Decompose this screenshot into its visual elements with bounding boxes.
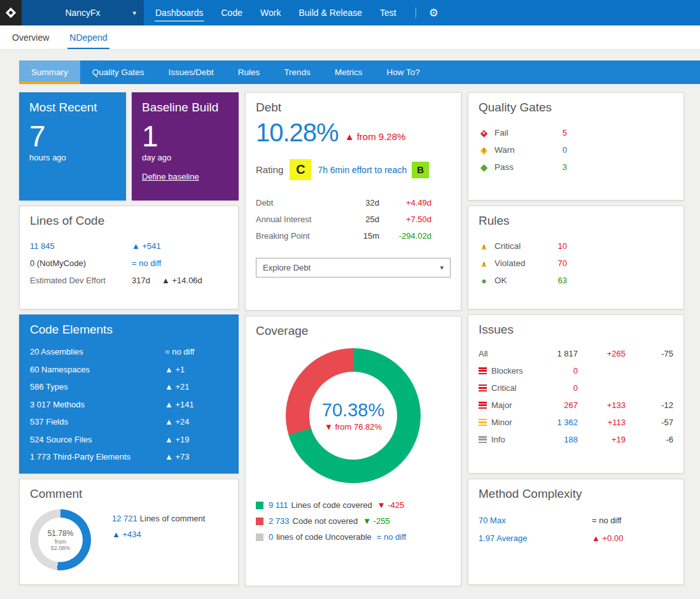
- baseline-build-caption: day ago: [142, 153, 228, 162]
- debt-row-label: Breaking Point: [256, 231, 346, 241]
- tab-issues-debt[interactable]: Issues/Debt: [157, 60, 226, 84]
- method-complexity-card: Method Complexity 70 Max = no diff 1.97 …: [468, 479, 684, 585]
- effort-to-reach-link[interactable]: 7h 6min effort to reach: [318, 165, 407, 175]
- coverage-legend: 9 111 Lines of code covered ▼ -425 2 733…: [256, 497, 461, 545]
- method-complexity-rows: 70 Max = no diff 1.97 Average ▲ +0.00: [479, 511, 673, 547]
- legend-label: Lines of code covered: [291, 500, 372, 510]
- card-title: Debt: [246, 93, 461, 115]
- rules-count[interactable]: 63: [548, 276, 567, 285]
- debt-headline: 10.28% ▲ from 9.28%: [246, 115, 461, 145]
- element-count[interactable]: 20 Assemblies: [30, 347, 165, 356]
- element-count[interactable]: 524 Source Files: [30, 435, 165, 444]
- quality-gate-count[interactable]: 3: [548, 162, 567, 172]
- quality-gate-count[interactable]: 5: [548, 128, 567, 137]
- rules-count[interactable]: 10: [548, 241, 567, 251]
- tab-summary[interactable]: Summary: [19, 60, 80, 84]
- top-nav: Dashboards Code Work Build & Release Tes…: [146, 0, 405, 25]
- debt-row-value: 15m: [346, 231, 379, 241]
- card-title: Coverage: [246, 316, 461, 338]
- nav-code[interactable]: Code: [213, 0, 251, 25]
- nav-test[interactable]: Test: [371, 0, 405, 25]
- table-row: 60 Namespaces ▲ +1: [30, 361, 228, 379]
- legend-value-link[interactable]: 2 733: [269, 516, 290, 526]
- element-count[interactable]: 3 017 Methods: [30, 400, 165, 409]
- tab-overview[interactable]: Overview: [10, 25, 51, 49]
- issue-removed: -75: [626, 349, 673, 358]
- comment-count-link[interactable]: 12 721: [112, 514, 137, 523]
- tab-rules[interactable]: Rules: [226, 60, 272, 84]
- quality-gates-card: Quality Gates ◆× Fail 5 ◆! Warn 0 ◆ Pass…: [468, 92, 684, 201]
- rating-badge-target[interactable]: B: [412, 162, 429, 178]
- element-diff: = no diff: [165, 347, 194, 356]
- rules-label: OK: [494, 276, 548, 285]
- table-row: 1 773 Third-Party Elements ▲ +73: [30, 448, 228, 466]
- element-diff: ▲ +24: [165, 417, 190, 426]
- element-count[interactable]: 60 Namespaces: [30, 365, 165, 374]
- issue-count[interactable]: 1 362: [541, 418, 578, 427]
- complexity-average-link[interactable]: 1.97 Average: [479, 533, 592, 543]
- card-title: Issues: [468, 315, 683, 337]
- legend-value-link[interactable]: 9 111: [269, 500, 288, 510]
- nav-work[interactable]: Work: [251, 0, 290, 25]
- debt-row-value: 25d: [346, 215, 379, 224]
- issues-card: Issues All 1 817 +265 -75 Blockers 0 Cri…: [468, 314, 684, 474]
- middle-column: Debt 10.28% ▲ from 9.28% Rating C 7h 6mi…: [245, 92, 461, 591]
- issue-count[interactable]: 267: [541, 400, 578, 410]
- element-count[interactable]: 537 Fields: [30, 417, 165, 426]
- right-column: Quality Gates ◆× Fail 5 ◆! Warn 0 ◆ Pass…: [468, 92, 684, 591]
- project-name: NancyFx: [65, 8, 100, 18]
- element-diff: ▲ +21: [165, 382, 190, 391]
- debt-rating-line: Rating C 7h 6min effort to reach B: [246, 159, 461, 180]
- complexity-max-link[interactable]: 70 Max: [479, 516, 592, 525]
- rules-label: Critical: [494, 241, 548, 251]
- tab-ndepend[interactable]: NDepend: [67, 25, 109, 49]
- debt-card: Debt 10.28% ▲ from 9.28% Rating C 7h 6mi…: [245, 92, 461, 311]
- loc-value-link[interactable]: 11 845: [30, 241, 132, 251]
- rating-badge-current[interactable]: C: [290, 159, 311, 180]
- minor-severity-icon: [479, 419, 487, 426]
- legend-value-link[interactable]: 0: [269, 532, 273, 542]
- explore-debt-button[interactable]: Explore Debt ▾: [256, 258, 451, 278]
- legend-row: 0 lines of code Uncoverable = no diff: [256, 529, 461, 545]
- debt-trend: ▲ from 9.28%: [345, 131, 406, 145]
- legend-diff: ▼ -425: [377, 500, 405, 510]
- nav-dashboards[interactable]: Dashboards: [146, 0, 213, 25]
- project-selector[interactable]: NancyFx ▾: [22, 0, 144, 25]
- tab-trends[interactable]: Trends: [272, 60, 323, 84]
- element-count[interactable]: 1 773 Third-Party Elements: [30, 452, 165, 462]
- quality-gates-rows: ◆× Fail 5 ◆! Warn 0 ◆ Pass 3: [479, 124, 673, 176]
- coverage-percent: 70.38%: [322, 400, 384, 421]
- issue-count[interactable]: 0: [541, 383, 578, 393]
- most-recent-value: 7: [29, 121, 116, 152]
- loc-dev-effort-label: Estimated Dev Effort: [30, 276, 132, 285]
- debt-row-label: Debt: [256, 198, 346, 208]
- table-row: ▲! Critical 10: [479, 237, 673, 255]
- nav-build-release[interactable]: Build & Release: [290, 0, 371, 25]
- comment-percent: 51.78%: [48, 529, 74, 538]
- loc-dev-effort-value: 317d: [132, 276, 162, 285]
- vsts-logo[interactable]: [0, 0, 22, 25]
- critical-severity-icon: [479, 384, 487, 391]
- gear-icon[interactable]: ⚙: [429, 0, 438, 25]
- code-elements-card: Code Elements 20 Assemblies = no diff 60…: [19, 314, 239, 474]
- element-diff: ▲ +19: [165, 435, 190, 444]
- not-covered-swatch-icon: [256, 518, 263, 525]
- quality-gate-label: Pass: [494, 162, 548, 172]
- quality-gate-count[interactable]: 0: [548, 145, 567, 155]
- table-row: 0 (NotMyCode) = no diff: [30, 255, 228, 272]
- debt-percent-link[interactable]: 10.28%: [256, 120, 339, 145]
- issue-count[interactable]: 188: [541, 435, 578, 444]
- issue-count[interactable]: 0: [541, 366, 578, 376]
- element-count[interactable]: 586 Types: [30, 382, 165, 391]
- card-title: Comment: [20, 479, 238, 501]
- rules-count[interactable]: 70: [548, 258, 567, 268]
- debt-row-diff: +4.49d: [379, 198, 431, 208]
- define-baseline-link[interactable]: Define baseline: [142, 172, 199, 181]
- card-title: Most Recent: [29, 101, 116, 115]
- tab-quality-gates[interactable]: Quality Gates: [80, 60, 157, 84]
- tab-how-to[interactable]: How To?: [374, 60, 431, 84]
- issue-count[interactable]: 1 817: [541, 349, 578, 358]
- table-row: ● OK 63: [479, 272, 673, 289]
- tab-metrics[interactable]: Metrics: [323, 60, 375, 84]
- comment-donut: 51.78% from 52.08%: [30, 509, 91, 570]
